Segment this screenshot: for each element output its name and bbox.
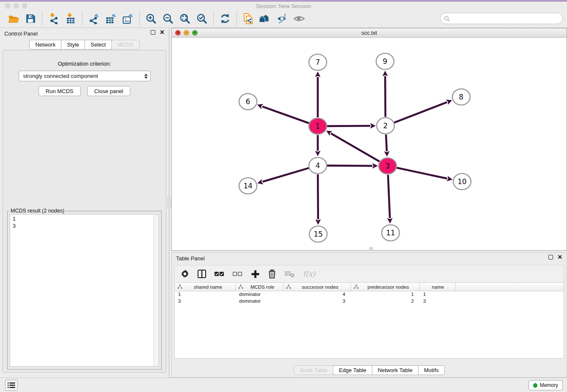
table-row[interactable]: 3dominator323 <box>175 298 564 305</box>
graph-node-11[interactable]: 11 <box>382 225 399 241</box>
graph-node-6[interactable]: 6 <box>239 94 257 110</box>
table-cell[interactable]: dominator <box>236 291 284 298</box>
graph-node-2[interactable]: 2 <box>377 118 394 134</box>
import-network-icon[interactable] <box>47 12 60 25</box>
application-window: Session: New Session <box>0 0 567 392</box>
mcds-result-title: MCDS result (2 nodes) <box>9 208 66 214</box>
tab-network[interactable]: Network <box>29 40 61 50</box>
zoom-fit-icon[interactable] <box>179 12 191 25</box>
home-icon[interactable] <box>259 12 272 25</box>
column-header-predecessor-nodes[interactable]: predecessor nodes <box>351 283 420 291</box>
column-header-label: successor nodes <box>291 284 349 290</box>
svg-text:2: 2 <box>383 121 388 130</box>
select-all-icon[interactable] <box>215 271 225 276</box>
canvas-resize-grip[interactable] <box>369 247 373 250</box>
column-header-shared-name[interactable]: shared name <box>175 283 236 291</box>
table-cell[interactable]: 3 <box>175 298 236 305</box>
add-column-icon[interactable] <box>251 270 260 279</box>
optimization-criterion-select[interactable]: strongly connected component <box>19 71 151 81</box>
zoom-in-icon[interactable] <box>145 12 157 25</box>
column-header-successor-nodes[interactable]: successor nodes <box>284 283 351 291</box>
graph-node-4[interactable]: 4 <box>309 157 327 174</box>
split-columns-icon[interactable] <box>197 269 206 279</box>
float-table-panel-icon[interactable] <box>548 255 553 259</box>
delete-column-icon[interactable] <box>268 269 276 279</box>
graph-edge-2-3[interactable] <box>386 135 387 151</box>
graph-edge-1-2[interactable] <box>327 126 370 126</box>
run-mcds-button[interactable]: Run MCDS <box>39 86 81 96</box>
control-panel-tabbar: NetworkStyleSelectMCDS <box>0 40 169 50</box>
export-table-icon[interactable] <box>105 12 117 25</box>
show-view-icon[interactable] <box>293 12 306 25</box>
close-table-panel-icon[interactable]: ✕ <box>557 255 562 259</box>
import-table-icon[interactable] <box>64 12 77 25</box>
main-toolbar <box>0 9 567 28</box>
panel-divider-grip[interactable] <box>168 197 171 208</box>
graph-edge-2-8[interactable] <box>394 102 447 122</box>
close-panel-icon[interactable]: ✕ <box>160 30 165 35</box>
hierarchy-icon <box>238 284 243 289</box>
search-input[interactable] <box>452 15 562 22</box>
zoom-selected-icon[interactable] <box>195 12 208 25</box>
memory-button[interactable]: Memory <box>528 380 563 390</box>
graph-node-3[interactable]: 3 <box>379 158 396 174</box>
table-row[interactable]: 1dominator411 <box>175 291 564 298</box>
network-window-title: scc.txt <box>172 30 567 36</box>
graph-node-10[interactable]: 10 <box>453 174 471 190</box>
table-cell[interactable]: 3 <box>284 298 351 305</box>
table-cell[interactable]: 1 <box>175 291 236 298</box>
graph-edge-3-1[interactable] <box>331 133 380 161</box>
graph-node-9[interactable]: 9 <box>376 53 394 69</box>
tab-node-table[interactable]: Node Table <box>294 365 333 375</box>
graph-edge-2-9[interactable] <box>385 76 385 117</box>
tab-mcds[interactable]: MCDS <box>111 40 139 50</box>
graph-edge-3-10[interactable] <box>397 168 447 178</box>
graph-node-14[interactable]: 14 <box>239 178 257 194</box>
svg-text:3: 3 <box>385 162 390 170</box>
mcds-result-lines: 13 <box>10 215 159 231</box>
float-panel-icon[interactable] <box>151 30 155 35</box>
table-cell[interactable]: 3 <box>420 298 456 305</box>
open-file-icon[interactable] <box>7 12 20 25</box>
toolbar-separator <box>139 11 140 26</box>
result-scrollbar[interactable] <box>153 215 159 366</box>
refresh-layout-icon[interactable] <box>219 12 231 25</box>
export-image-icon[interactable] <box>121 12 134 25</box>
hide-view-icon[interactable] <box>276 12 289 25</box>
tab-edge-table[interactable]: Edge Table <box>333 365 372 375</box>
close-panel-button[interactable]: Close panel <box>87 86 131 96</box>
graph-node-1[interactable]: 1 <box>309 118 327 134</box>
table-cell[interactable]: 2 <box>351 298 420 305</box>
graph-edge-4-15[interactable] <box>318 174 318 219</box>
graph-node-7[interactable]: 7 <box>309 54 327 70</box>
tab-motifs[interactable]: Motifs <box>418 365 445 375</box>
function-builder-icon[interactable]: f(x) <box>303 270 315 278</box>
column-header-MCDS-role[interactable]: MCDS role <box>236 283 284 291</box>
table-cell[interactable]: 1 <box>420 291 456 298</box>
table-rows: 1dominator4113dominator323 <box>175 291 564 305</box>
export-network-icon[interactable] <box>88 12 100 25</box>
graph-node-15[interactable]: 15 <box>309 226 327 242</box>
clone-network-icon[interactable] <box>242 12 255 25</box>
svg-text:7: 7 <box>316 58 320 66</box>
zoom-out-icon[interactable] <box>162 12 174 25</box>
delete-table-icon[interactable] <box>284 270 295 278</box>
task-history-button[interactable] <box>5 380 18 391</box>
save-session-icon[interactable] <box>24 12 37 25</box>
table-cell[interactable]: dominator <box>236 298 284 305</box>
column-header-name[interactable]: name <box>420 283 456 291</box>
settings-gear-icon[interactable] <box>181 270 189 278</box>
table-cell[interactable]: 4 <box>284 291 351 298</box>
deselect-all-icon[interactable] <box>233 271 243 276</box>
graph-node-8[interactable]: 8 <box>452 89 470 105</box>
table-cell[interactable]: 1 <box>351 291 420 298</box>
graph-edge-4-14[interactable] <box>263 168 309 182</box>
tab-network-table[interactable]: Network Table <box>372 365 418 375</box>
network-canvas[interactable]: 7968124314101511 <box>172 38 567 250</box>
tab-style[interactable]: Style <box>61 40 85 50</box>
graph-edge-4-3[interactable] <box>327 166 372 166</box>
tab-select[interactable]: Select <box>85 40 112 50</box>
search-field[interactable] <box>440 13 563 24</box>
graph-edge-1-6[interactable] <box>262 107 309 123</box>
graph-edge-3-11[interactable] <box>388 175 390 218</box>
